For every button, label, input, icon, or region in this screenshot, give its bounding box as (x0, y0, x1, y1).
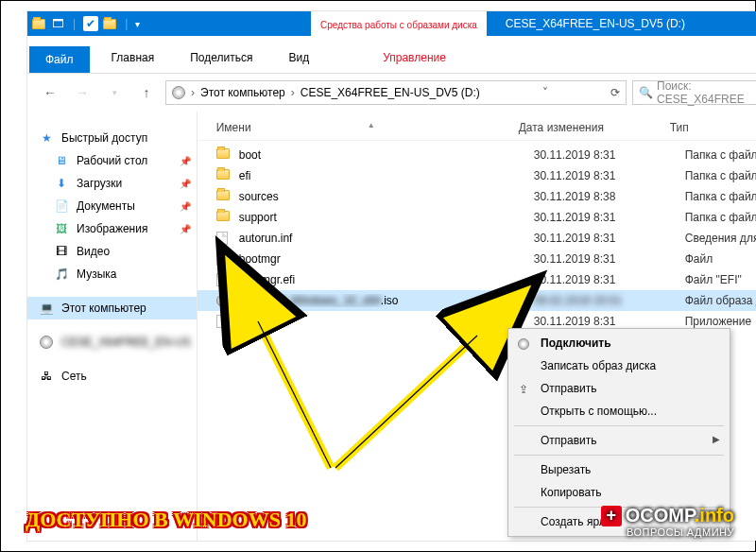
file-type: Сведения для установки (685, 232, 756, 245)
file-row[interactable]: autorun.inf30.11.2019 8:31Сведения для у… (198, 228, 756, 249)
tab-file[interactable]: Файл (29, 46, 90, 73)
file-date: 30.11.2019 8:31 (534, 273, 685, 286)
tab-home[interactable]: Главная (94, 43, 173, 73)
submenu-arrow-icon: ▶ (713, 434, 720, 444)
menu-open-with[interactable]: Открыть с помощью... (508, 400, 730, 423)
tab-view[interactable]: Вид (270, 43, 327, 73)
menu-mount[interactable]: Подключить (508, 332, 730, 354)
file-date: 30.11.2019 8:31 (534, 169, 685, 182)
nav-recent-icon[interactable]: ▾ (101, 79, 128, 106)
col-date[interactable]: Дата изменения (519, 121, 670, 134)
file-date: 30.11.2019 8:31 (534, 148, 685, 162)
drive-icon (172, 86, 185, 99)
pictures-icon: 🖼 (54, 221, 69, 236)
menu-separator (514, 425, 724, 426)
pc-icon: 💻 (39, 301, 54, 316)
refresh-icon[interactable]: ⟳ (610, 86, 620, 99)
share-icon: ⇪ (516, 382, 531, 397)
pin-icon: 📌 (180, 201, 191, 212)
col-type[interactable]: Тип (670, 121, 756, 134)
file-name: support (239, 211, 534, 224)
disc-icon (39, 335, 54, 350)
file-row[interactable]: bootmgr30.11.2019 8:31Файл (198, 249, 756, 269)
pin-icon: 📌 (180, 179, 191, 189)
explorer-window: 🗖 | ✔ | ▾ Средства работы с образами дис… (27, 11, 756, 541)
plus-icon: + (601, 506, 622, 526)
folder-icon (216, 211, 232, 224)
file-name: bootmgr.efi (239, 273, 534, 286)
file-type: Папка с файлами (685, 211, 756, 224)
search-input[interactable]: 🔍 Поиск: CESE_X64FREE (632, 80, 756, 105)
file-row[interactable]: sources30.11.2019 8:38Папка с файлами (198, 186, 756, 207)
breadcrumb[interactable]: › Этот компьютер › CESE_X64FREE_EN-US_DV… (165, 80, 627, 105)
folder-icon (216, 148, 232, 162)
file-type: Папка с файлами (685, 148, 756, 162)
nav-sidebar: ★Быстрый доступ 🖥Рабочий стол📌 ⬇Загрузки… (27, 112, 198, 541)
file-icon (216, 232, 232, 245)
file-name: efi (239, 169, 534, 182)
breadcrumb-root[interactable]: Этот компьютер (200, 86, 285, 99)
menu-burn[interactable]: Записать образ диска (508, 354, 730, 377)
file-icon (216, 273, 232, 286)
menu-copy[interactable]: Копировать (508, 481, 730, 504)
explorer-icon (31, 16, 46, 31)
nav-up-icon[interactable]: ↑ (133, 79, 160, 106)
contextual-tab[interactable]: Средства работы с образами диска (311, 11, 487, 36)
menu-send[interactable]: ⇪Отправить (508, 377, 730, 400)
file-icon (216, 252, 232, 266)
disc-icon (216, 294, 232, 307)
documents-icon: 📄 (54, 198, 69, 214)
address-row: ← → ▾ ↑ › Этот компьютер › CESE_X64FREE_… (27, 74, 756, 112)
sidebar-this-pc[interactable]: 💻Этот компьютер (27, 297, 197, 319)
nav-back-icon[interactable]: ← (37, 79, 63, 106)
pin-icon: 📌 (180, 156, 191, 166)
file-date: 09.02.2019 20:01 (534, 294, 685, 307)
file-type: Файл (685, 252, 756, 266)
file-date: 30.11.2019 8:31 (534, 232, 685, 245)
column-headers: ▲ Имени Дата изменения Тип (198, 112, 756, 141)
file-name: boot (239, 148, 534, 162)
sidebar-item-desktop[interactable]: 🖥Рабочий стол📌 (27, 149, 197, 172)
file-name: Microsoft_Windows_10_x64.iso (239, 294, 534, 307)
file-date: 30.11.2019 8:31 (534, 315, 685, 328)
addr-dropdown-icon[interactable]: ˅ (542, 86, 548, 99)
sidebar-network[interactable]: 🖧Сеть (27, 365, 197, 388)
music-icon: 🎵 (54, 267, 69, 282)
file-type: Папка с файлами (685, 190, 756, 203)
file-row[interactable]: efi30.11.2019 8:31Папка с файлами (198, 165, 756, 186)
qat-properties-icon[interactable]: 🗖 (50, 16, 65, 31)
sidebar-drive[interactable]: CESE_X64FREE_EN-US (27, 331, 197, 354)
file-type: Приложение (685, 315, 756, 328)
videos-icon: 🎞 (54, 244, 69, 259)
file-row[interactable]: boot30.11.2019 8:31Папка с файлами (198, 145, 756, 165)
disc-icon (516, 336, 531, 352)
star-icon: ★ (39, 130, 54, 146)
breadcrumb-child[interactable]: CESE_X64FREE_EN-US_DV5 (D:) (301, 86, 480, 99)
file-date: 30.11.2019 8:31 (534, 252, 685, 266)
sidebar-item-documents[interactable]: 📄Документы📌 (27, 195, 197, 217)
nav-forward-icon: → (69, 79, 95, 106)
tab-manage[interactable]: Управление (365, 43, 464, 73)
file-row[interactable]: support30.11.2019 8:31Папка с файлами (198, 207, 756, 228)
tab-share[interactable]: Поделиться (172, 43, 270, 73)
search-icon: 🔍 (639, 86, 653, 99)
desktop-icon: 🖥 (54, 153, 69, 168)
file-type: Папка с файлами (685, 169, 756, 182)
menu-cut[interactable]: Вырезать (508, 458, 730, 481)
file-row[interactable]: bootmgr.efi30.11.2019 8:31Файл "EFI" (198, 269, 756, 290)
sidebar-item-downloads[interactable]: ⬇Загрузки📌 (27, 172, 197, 195)
folder-icon (216, 190, 232, 203)
file-name: autorun.inf (239, 232, 534, 245)
titlebar: 🗖 | ✔ | ▾ Средства работы с образами дис… (27, 11, 756, 36)
sidebar-quick-access[interactable]: ★Быстрый доступ (27, 127, 197, 149)
qat-folder-icon[interactable] (102, 16, 117, 31)
sidebar-item-pictures[interactable]: 🖼Изображения📌 (27, 217, 197, 240)
qat-check-icon[interactable]: ✔ (83, 16, 98, 31)
window-title: CESE_X64FREE_EN-US_DV5 (D:) (487, 17, 756, 30)
menu-send-to[interactable]: Отправить▶ (508, 429, 730, 452)
file-date: 30.11.2019 8:38 (534, 190, 685, 203)
sidebar-item-music[interactable]: 🎵Музыка (27, 263, 197, 285)
file-row[interactable]: Microsoft_Windows_10_x64.iso09.02.2019 2… (198, 290, 756, 311)
file-name: sources (239, 190, 534, 203)
sidebar-item-videos[interactable]: 🎞Видео (27, 240, 197, 263)
